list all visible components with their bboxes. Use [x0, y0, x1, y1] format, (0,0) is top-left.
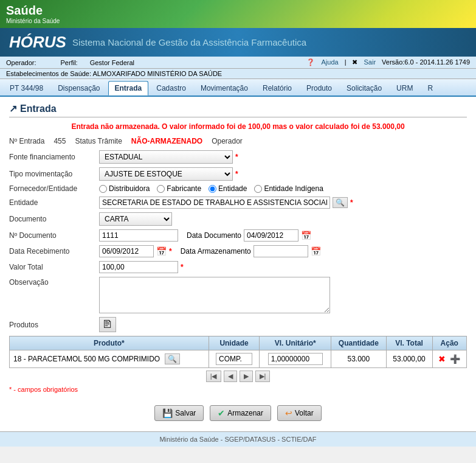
nav-item-urm[interactable]: URM — [390, 81, 419, 96]
data-doc-label: Data Documento — [187, 231, 241, 240]
col-produto: Produto* — [10, 336, 209, 350]
observacao-textarea[interactable] — [99, 277, 330, 313]
valor-total-input[interactable] — [99, 261, 178, 273]
vl-unitario-input[interactable] — [268, 353, 323, 365]
unidade-input[interactable] — [216, 353, 252, 365]
help-link[interactable]: Ajuda — [321, 58, 338, 66]
nav-item-movimentacao[interactable]: Movimentação — [194, 81, 255, 96]
quantidade-value: 53.000 — [348, 355, 370, 363]
perfil-label: Perfil: — [61, 59, 78, 66]
radio-entidade-label: Entidade — [218, 184, 247, 193]
data-doc-input[interactable] — [244, 229, 298, 242]
radio-fabricante-label: Fabricante — [167, 184, 201, 193]
delete-produto-icon[interactable]: ✖ — [438, 354, 446, 364]
fornecedor-field: Distribuidora Fabricante Entidade Entida… — [99, 184, 467, 193]
radio-distribuidora[interactable]: Distribuidora — [99, 184, 150, 193]
produto-search-btn[interactable]: 🔍 — [165, 353, 180, 364]
num-entrada-value: 455 — [53, 137, 66, 145]
perfil-value: Gestor Federal — [90, 59, 134, 66]
exit-link[interactable]: Sair — [364, 58, 376, 66]
page-first-button[interactable]: |◀ — [206, 371, 221, 382]
radio-distribuidora-input[interactable] — [99, 185, 107, 193]
page-prev-button[interactable]: ◀ — [224, 371, 237, 382]
produtos-label: Produtos — [9, 321, 94, 329]
title-bar: HÓRUS Sistema Nacional de Gestão da Assi… — [0, 28, 476, 57]
col-unidade: Unidade — [209, 336, 260, 350]
valor-total-field: * — [99, 261, 467, 273]
nav-item-solicitacao[interactable]: Solicitação — [340, 81, 388, 96]
num-entrada-label: Nº Entrada — [9, 137, 44, 145]
page-next-button[interactable]: ▶ — [240, 371, 253, 382]
vl-total-value: 53.000,00 — [393, 355, 425, 363]
add-row-icon[interactable]: ➕ — [450, 354, 460, 364]
radio-distribuidora-label: Distribuidora — [109, 184, 150, 193]
radio-fabricante[interactable]: Fabricante — [157, 184, 201, 193]
logo-saude: Saúde — [6, 4, 60, 18]
logo-area: Saúde Ministério da Saúde — [6, 4, 60, 24]
header-bar: Saúde Ministério da Saúde — [0, 0, 476, 28]
quantidade-cell: 53.000 — [331, 350, 386, 368]
save-label: Salvar — [175, 409, 196, 417]
data-doc-calendar-icon[interactable]: 📅 — [301, 231, 311, 240]
save-button[interactable]: 💾 Salvar — [154, 405, 204, 421]
radio-entidade-indigena[interactable]: Entidade Indígena — [254, 184, 323, 193]
help-icon: ❓ — [306, 58, 315, 66]
radio-entidade-input[interactable] — [209, 185, 216, 193]
add-produto-button[interactable]: 🖹 — [99, 317, 116, 332]
data-receb-required: * — [169, 247, 172, 256]
valor-total-row: Valor Total * — [9, 261, 467, 273]
entidade-label: Entidade — [9, 198, 94, 207]
pagination: |◀ ◀ ▶ ▶| — [9, 371, 467, 382]
documento-select[interactable]: CARTA — [99, 212, 172, 226]
entry-info-row: Nº Entrada 455 Status Trâmite NÃO-ARMAZE… — [9, 137, 467, 145]
observacao-row: Observação — [9, 277, 467, 313]
radio-entidade[interactable]: Entidade — [209, 184, 247, 193]
section-arrow-icon: ↗ — [9, 103, 17, 114]
data-armaz-input[interactable] — [254, 245, 308, 257]
page-last-button[interactable]: ▶| — [255, 371, 271, 382]
back-button[interactable]: ↩ Voltar — [277, 405, 322, 421]
radio-entidade-indigena-input[interactable] — [254, 185, 262, 193]
data-receb-calendar-icon[interactable]: 📅 — [156, 246, 167, 256]
entidade-search-button[interactable]: 🔍 — [333, 197, 348, 208]
tipo-mov-required: * — [235, 170, 238, 178]
back-icon: ↩ — [285, 408, 292, 418]
observacao-label: Observação — [9, 277, 94, 287]
entidade-field: 🔍 * — [99, 197, 467, 209]
table-row: 18 - PARACETAMOL 500 MG COMPRIMIDO 🔍 53.… — [10, 350, 467, 368]
nav-item-produto[interactable]: Produto — [300, 81, 339, 96]
data-receb-input[interactable] — [99, 245, 154, 257]
radio-fabricante-input[interactable] — [157, 185, 165, 193]
fornecedor-row: Fornecedor/Entidade Distribuidora Fabric… — [9, 184, 467, 193]
data-armaz-calendar-icon[interactable]: 📅 — [311, 246, 321, 256]
operator-field-label: Operador — [212, 137, 243, 145]
fonte-required: * — [235, 153, 238, 161]
store-button[interactable]: ✔ Armazenar — [210, 405, 271, 421]
app-description: Sistema Nacional de Gestão da Assistênci… — [72, 37, 306, 47]
fonte-select[interactable]: ESTADUAL — [99, 150, 233, 164]
entidade-input[interactable] — [99, 197, 330, 209]
num-doc-field: Data Documento 📅 — [99, 229, 467, 242]
fornecedor-label: Fornecedor/Entidade — [9, 184, 94, 193]
col-acao: Ação — [432, 336, 466, 350]
nav-item-pt344[interactable]: PT 344/98 — [3, 81, 50, 96]
establishments-value: ALMOXARIFADO MINISTÉRIO DA SAÚDE — [93, 70, 222, 77]
tipo-mov-select[interactable]: AJUSTE DE ESTOQUE — [99, 167, 233, 181]
data-receb-label: Data Recebimento — [9, 247, 94, 256]
valor-total-required: * — [181, 263, 184, 271]
nav-item-dispensacao[interactable]: Dispensação — [51, 81, 106, 96]
nav-item-relatorio[interactable]: Relatório — [256, 81, 298, 96]
mandatory-note: * - campos obrigatórios — [9, 386, 467, 393]
radio-entidade-indigena-label: Entidade Indígena — [264, 184, 323, 193]
data-receb-row: Data Recebimento 📅 * Data Armazenamento … — [9, 245, 467, 257]
nav-item-r[interactable]: R — [421, 81, 440, 96]
nav-item-entrada[interactable]: Entrada — [108, 81, 149, 96]
col-quantidade: Quantidade — [331, 336, 386, 350]
documento-field: CARTA — [99, 212, 467, 226]
num-doc-input[interactable] — [99, 229, 178, 242]
exit-icon: ✖ — [352, 58, 357, 66]
info-right: ❓ Ajuda | ✖ Sair Versão:6.0 - 2014.11.26… — [306, 58, 470, 66]
main-content: ↗ Entrada Entrada não armazenada. O valo… — [0, 97, 476, 431]
separator: | — [345, 58, 347, 66]
nav-item-cadastro[interactable]: Cadastro — [150, 81, 193, 96]
